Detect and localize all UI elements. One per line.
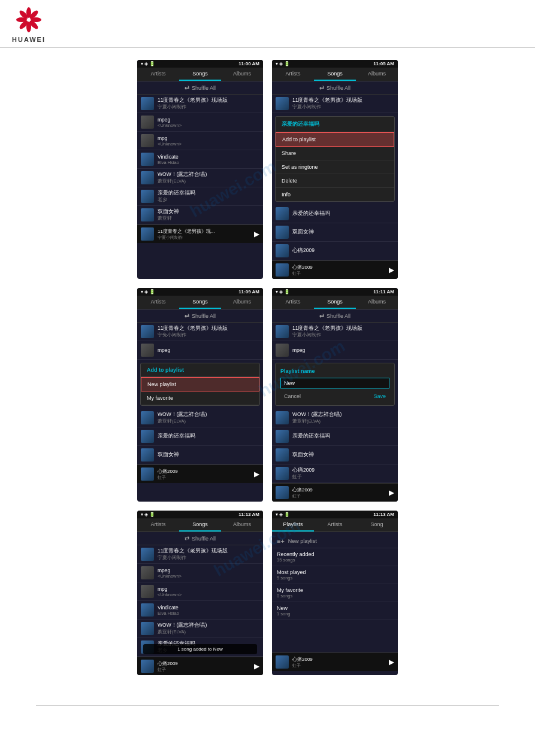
play-button-6[interactable]: ▶ [389,658,394,666]
playlist-name-input[interactable] [280,378,389,388]
tab-songs-5[interactable]: Songs [179,518,221,532]
song-item-1-4[interactable]: WOW！(露志祥合唱) 萧亚轩(ELVA) [137,169,263,187]
playlist-entry-2[interactable]: My favorite 0 songs [272,584,398,602]
song-title-4-b3: 心痛2009 [292,467,394,474]
song-item-2-b0[interactable]: 亲爱的还幸福吗 [272,205,398,223]
song-artist-1-4: 萧亚轩(ELVA) [158,178,259,184]
wifi-icon-2: ▾ [276,61,278,66]
shuffle-all-5[interactable]: ⇄ Shuffle All [137,532,263,545]
tab-artists-4[interactable]: Artists [272,296,314,309]
tab-song-6[interactable]: Song [356,518,398,532]
tab-artists-3[interactable]: Artists [137,296,179,309]
playlist-entry-1[interactable]: Most played 5 songs [272,566,398,584]
song-item-2-b1[interactable]: 双面女神 [272,223,398,242]
play-button-4[interactable]: ▶ [389,488,394,497]
song-item-3-b0[interactable]: WOW！(露志祥合唱) 萧亚轩(ELVA) [137,409,263,427]
song-item-3-b1[interactable]: 亲爱的还幸福吗 [137,427,263,446]
song-info-4-b1: 亲爱的还幸福吗 [292,433,394,440]
song-item-1-6[interactable]: 双面女神 萧亚轩 [137,206,263,224]
tab-albums-5[interactable]: Albums [221,518,263,532]
tab-albums-4[interactable]: Albums [356,296,398,309]
context-menu-item-share[interactable]: Share [276,147,394,160]
song-title-1-5: 亲爱的还幸福吗 [158,190,259,197]
shuffle-all-1[interactable]: ⇄ Shuffle All [137,81,263,95]
playlist-entry-0[interactable]: Recently added 35 songs [272,548,398,566]
song-item-3-0[interactable]: 11度青春之《老男孩》现场版 宁兔小闲制作 [137,323,263,341]
song-title-5-2: mpg [158,586,259,592]
playlist-cancel-btn[interactable]: Cancel [280,392,304,400]
context-menu-title: 亲爱的还幸福吗 [276,117,394,132]
tab-playlists-6[interactable]: Playlists [272,518,314,532]
song-item-5-1[interactable]: mpeg <Unknown> [137,564,263,582]
song-item-4-0[interactable]: 11度青春之《老男孩》现场版 宁夏小闲制作 [272,323,398,341]
song-item-1-2[interactable]: mpg <Unknown> [137,132,263,150]
context-menu-item-add[interactable]: Add to playlist [276,132,394,147]
context-menu-item-delete[interactable]: Delete [276,174,394,188]
song-item-4-b0[interactable]: WOW！(露志祥合唱) 萧亚轩(ELVA) [272,409,398,427]
brand-name: HUAWEI [12,36,46,43]
new-playlist-btn[interactable]: ≡+ New playlist [272,535,398,548]
tab-artists-1[interactable]: Artists [137,68,179,81]
tab-songs-1[interactable]: Songs [179,68,221,81]
song-thumb-5-4 [141,622,154,635]
tab-bar-5[interactable]: Artists Songs Albums [137,518,263,532]
song-title-1-0: 11度青春之《老男孩》现场版 [158,97,259,104]
song-artist-2-top: 宁夏小闲制作 [292,104,394,110]
now-playing-info-6: 心痛2009 虹子 [292,656,385,669]
shuffle-all-4[interactable]: ⇄ Shuffle All [272,309,398,323]
playlist-save-btn[interactable]: Save [370,392,389,400]
playlist-item-new[interactable]: New playlist [141,377,259,391]
song-item-2-top[interactable]: 11度青春之《老男孩》现场版 宁夏小闲制作 [272,95,398,113]
shuffle-all-3[interactable]: ⇄ Shuffle All [137,309,263,323]
song-item-4-b3[interactable]: 心痛2009 虹子 [272,464,398,483]
song-item-1-0[interactable]: 11度青春之《老男孩》现场版 宁夏小闲制作 [137,95,263,113]
song-item-1-1[interactable]: mpeg <Unknown> [137,113,263,132]
song-item-4-b2[interactable]: 双面女神 [272,446,398,464]
tab-albums-3[interactable]: Albums [221,296,263,309]
signal-icon-3: ◈ [144,289,148,294]
song-item-4-b1[interactable]: 亲爱的还幸福吗 [272,427,398,446]
song-thumb-4-b3 [276,467,289,480]
play-button-3[interactable]: ▶ [254,470,259,478]
song-item-4-1[interactable]: mpeg [272,341,398,360]
play-button-5[interactable]: ▶ [254,662,259,670]
tab-bar-4[interactable]: Artists Songs Albums [272,296,398,309]
song-thumb-5-0 [141,548,154,561]
play-button-2[interactable]: ▶ [389,266,394,274]
screenshot-1: ▾ ◈ 🔋 11:00 AM Artists Songs Albums ⇄ Sh… [137,60,263,279]
playlist-entry-3[interactable]: New 1 song [272,602,398,620]
context-menu-item-info[interactable]: Info [276,188,394,201]
tab-artists-6[interactable]: Artists [314,518,356,532]
song-item-5-3[interactable]: Vindicate Elva Hsiao [137,601,263,620]
playlist-item-favorite[interactable]: My favorite [141,391,259,405]
tab-bar-2[interactable]: Artists Songs Albums [272,68,398,81]
tab-albums-2[interactable]: Albums [356,68,398,81]
context-menu-item-ringtone[interactable]: Set as ringtone [276,160,394,174]
tab-albums-1[interactable]: Albums [221,68,263,81]
tab-songs-4[interactable]: Songs [314,296,356,309]
status-icons-6: ▾ ◈ 🔋 [276,512,290,517]
tab-songs-3[interactable]: Songs [179,296,221,309]
tab-artists-5[interactable]: Artists [137,518,179,532]
song-item-2-b2[interactable]: 心痛2009 [272,242,398,260]
song-item-5-2[interactable]: mpg <Unknown> [137,582,263,601]
song-thumb-2-b0 [276,207,289,220]
now-playing-title-1: 11度青春之《老男孩》现... [158,228,250,235]
status-bar-6: ▾ ◈ 🔋 11:13 AM [272,511,398,518]
song-item-5-0[interactable]: 11度青春之《老男孩》现场版 宁夏小闲制作 [137,545,263,564]
playlist-count-2: 0 songs [277,593,393,599]
song-item-3-b2[interactable]: 双面女神 [137,446,263,464]
tab-bar-6[interactable]: Playlists Artists Song [272,518,398,532]
song-title-2-b0: 亲爱的还幸福吗 [292,210,394,217]
song-item-1-3[interactable]: Vindicate Elva Hsiao [137,150,263,169]
tab-bar-3[interactable]: Artists Songs Albums [137,296,263,309]
song-item-3-1[interactable]: mpeg [137,341,263,360]
playlist-count-1: 5 songs [277,575,393,581]
shuffle-all-2[interactable]: ⇄ Shuffle All [272,81,398,95]
tab-bar-1[interactable]: Artists Songs Albums [137,68,263,81]
tab-artists-2[interactable]: Artists [272,68,314,81]
tab-songs-2[interactable]: Songs [314,68,356,81]
song-item-5-4[interactable]: WOW！(露志祥合唱) 萧亚轩(ELVA) [137,620,263,638]
play-button-1[interactable]: ▶ [254,230,259,238]
song-item-1-5[interactable]: 亲爱的还幸福吗 老乡 [137,187,263,206]
